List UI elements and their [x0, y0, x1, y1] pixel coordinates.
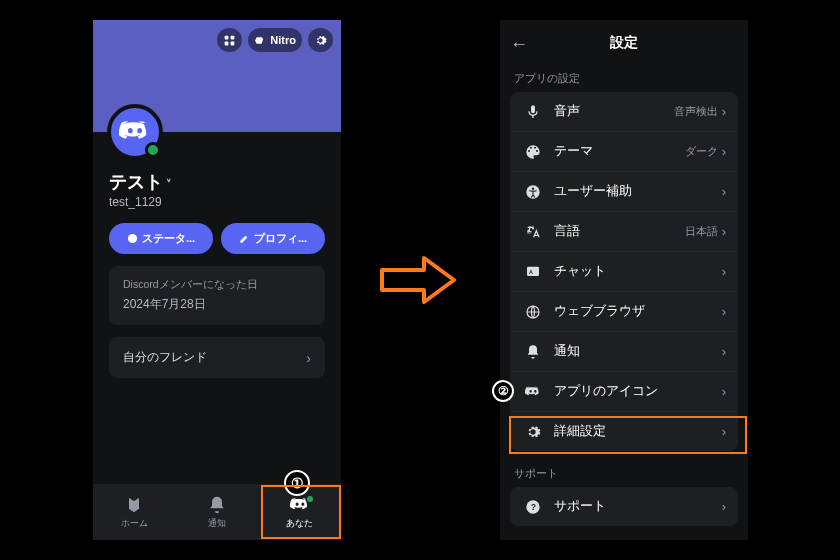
settings-item-app-icon[interactable]: アプリのアイコン › — [510, 372, 738, 412]
gear-icon — [314, 34, 327, 47]
image-icon: A — [525, 264, 541, 280]
chevron-right-icon: › — [722, 264, 726, 279]
svg-text:A: A — [529, 269, 533, 275]
settings-item-support[interactable]: ? サポート › — [510, 487, 738, 526]
chevron-right-icon: › — [722, 344, 726, 359]
member-since-value: 2024年7月28日 — [123, 296, 311, 313]
globe-icon — [525, 304, 541, 320]
svg-text:?: ? — [531, 502, 536, 512]
display-name[interactable]: テスト — [109, 170, 325, 194]
section-support: サポート — [500, 461, 748, 483]
friends-row[interactable]: 自分のフレンド › — [109, 337, 325, 378]
status-button[interactable]: ステータ... — [109, 223, 213, 254]
status-online-icon — [145, 142, 161, 158]
callout-step-2: ② — [492, 380, 514, 402]
chevron-right-icon: › — [306, 350, 311, 366]
member-since-card: Discordメンバーになった日 2024年7月28日 — [109, 266, 325, 325]
edit-profile-button[interactable]: プロフィ... — [221, 223, 325, 254]
friends-label: 自分のフレンド — [123, 349, 207, 366]
chevron-right-icon: › — [722, 104, 726, 119]
settings-item-language[interactable]: 言語 日本語 › — [510, 212, 738, 252]
svg-point-6 — [532, 187, 534, 189]
palette-icon — [525, 144, 541, 160]
user-tag: test_1129 — [109, 195, 325, 209]
app-settings-list: 音声 音声検出 › テーマ ダーク › ユーザー補助 › 言語 日本語 › A … — [510, 92, 738, 451]
svg-rect-3 — [231, 41, 235, 45]
support-list: ? サポート › — [510, 487, 738, 526]
svg-point-4 — [128, 234, 137, 243]
nitro-icon — [254, 34, 267, 47]
grid-icon — [223, 34, 236, 47]
bell-icon — [525, 344, 541, 360]
back-button[interactable]: ← — [510, 34, 528, 55]
chevron-right-icon: › — [722, 424, 726, 439]
settings-item-accessibility[interactable]: ユーザー補助 › — [510, 172, 738, 212]
nitro-button[interactable]: Nitro — [248, 28, 302, 52]
chevron-right-icon: › — [722, 224, 726, 239]
chevron-right-icon: › — [722, 384, 726, 399]
nitro-label: Nitro — [270, 34, 296, 46]
settings-item-advanced[interactable]: 詳細設定 › — [510, 412, 738, 451]
settings-header: ← 設定 — [500, 20, 748, 66]
avatar[interactable] — [107, 104, 163, 160]
mic-icon — [525, 104, 541, 120]
settings-button[interactable] — [308, 28, 333, 52]
settings-item-notifications[interactable]: 通知 › — [510, 332, 738, 372]
settings-item-chat[interactable]: A チャット › — [510, 252, 738, 292]
nav-notifications[interactable]: 通知 — [176, 484, 259, 540]
pencil-icon — [239, 233, 250, 244]
svg-rect-2 — [225, 41, 229, 45]
help-icon: ? — [525, 499, 541, 515]
bell-icon — [207, 495, 227, 515]
home-icon — [124, 495, 144, 515]
settings-item-voice[interactable]: 音声 音声検出 › — [510, 92, 738, 132]
translate-icon — [525, 224, 541, 240]
settings-screen: ← 設定 アプリの設定 音声 音声検出 › テーマ ダーク › ユーザー補助 ›… — [500, 20, 748, 540]
speech-icon — [127, 233, 138, 244]
status-online-icon — [307, 496, 313, 502]
gear-icon — [525, 424, 541, 440]
svg-rect-0 — [225, 35, 229, 39]
chevron-right-icon: › — [722, 144, 726, 159]
svg-rect-1 — [231, 35, 235, 39]
chevron-right-icon: › — [722, 304, 726, 319]
discord-icon — [525, 384, 541, 400]
section-app-settings: アプリの設定 — [500, 66, 748, 88]
profile-banner: Nitro — [93, 20, 341, 132]
member-since-label: Discordメンバーになった日 — [123, 278, 311, 292]
banner-actions: Nitro — [217, 28, 333, 52]
profile-info: テスト test_1129 ステータ... プロフィ... Discordメンバ… — [93, 132, 341, 388]
accessibility-icon — [525, 184, 541, 200]
settings-item-theme[interactable]: テーマ ダーク › — [510, 132, 738, 172]
settings-item-browser[interactable]: ウェブブラウザ › — [510, 292, 738, 332]
arrow-annotation — [378, 252, 458, 308]
add-server-button[interactable] — [217, 28, 242, 52]
profile-actions: ステータ... プロフィ... — [109, 223, 325, 254]
discord-icon — [119, 116, 151, 148]
callout-step-1: ① — [284, 470, 310, 496]
chevron-right-icon: › — [722, 184, 726, 199]
profile-screen: Nitro テスト test_1129 ステータ... プロフィ... Disc… — [93, 20, 341, 540]
settings-title: 設定 — [610, 34, 638, 52]
chevron-right-icon: › — [722, 499, 726, 514]
nav-home[interactable]: ホーム — [93, 484, 176, 540]
